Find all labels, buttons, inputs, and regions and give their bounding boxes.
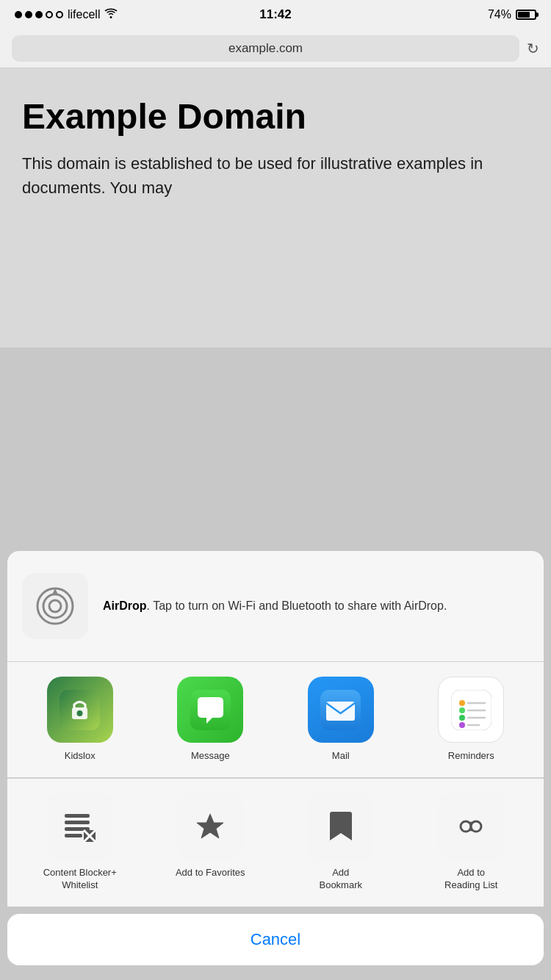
svg-rect-9: [326, 702, 355, 721]
airdrop-title: AirDrop: [103, 599, 147, 612]
add-favorites-icon: [192, 808, 228, 845]
add-bookmark-icon-box: [308, 793, 374, 860]
app-item-kidslox[interactable]: Kidslox: [15, 677, 145, 763]
signal-dot-3: [35, 11, 43, 18]
svg-point-12: [459, 707, 465, 713]
airdrop-panel[interactable]: AirDrop. Tap to turn on Wi-Fi and Blueto…: [7, 551, 544, 661]
svg-point-3: [49, 600, 61, 612]
signal-dot-2: [25, 11, 32, 18]
content-blocker-icon-box: [47, 793, 113, 860]
airdrop-icon: [33, 584, 77, 628]
share-sheet: AirDrop. Tap to turn on Wi-Fi and Blueto…: [0, 551, 551, 980]
wifi-icon: [104, 8, 118, 21]
actions-row: Content Blocker+Whitelist Add to Favorit…: [7, 778, 544, 907]
svg-rect-19: [65, 814, 90, 818]
svg-rect-22: [65, 834, 82, 837]
battery-fill: [518, 12, 530, 18]
airdrop-icon-box: [22, 573, 88, 639]
kidslox-svg: [60, 690, 100, 730]
web-content: Example Domain This domain is establishe…: [0, 68, 551, 347]
carrier-label: lifecell: [68, 8, 100, 21]
reminders-svg: [451, 690, 491, 730]
svg-point-13: [459, 715, 465, 721]
airdrop-subtitle: . Tap to turn on Wi-Fi and Bluetooth to …: [147, 599, 447, 612]
apps-row: Kidslox Message: [7, 662, 544, 777]
signal-dot-1: [15, 11, 22, 18]
signal-dot-4: [46, 11, 53, 18]
add-bookmark-icon: [323, 808, 359, 845]
message-icon: [177, 677, 243, 743]
action-label-add-bookmark: AddBookmark: [319, 867, 362, 892]
action-add-favorites[interactable]: Add to Favorites: [145, 793, 276, 892]
app-label-message: Message: [191, 750, 230, 763]
signal-dot-5: [56, 11, 63, 18]
web-page-title: Example Domain: [22, 98, 529, 137]
reading-list-icon: [453, 808, 489, 845]
app-label-reminders: Reminders: [448, 750, 494, 763]
status-right: 74%: [488, 8, 536, 21]
bottom-spacer: [0, 965, 551, 980]
status-bar: lifecell 11:42 74%: [0, 0, 551, 29]
svg-point-14: [459, 722, 465, 728]
action-label-reading-list: Add toReading List: [444, 867, 497, 892]
mail-icon: [308, 677, 374, 743]
status-left: lifecell: [15, 8, 118, 21]
svg-point-2: [43, 594, 67, 618]
content-blocker-icon: [62, 808, 98, 845]
mail-svg: [320, 690, 361, 730]
action-label-content-blocker: Content Blocker+Whitelist: [43, 867, 117, 892]
reload-button[interactable]: ↻: [527, 40, 539, 57]
battery-icon: [516, 10, 536, 20]
cancel-button[interactable]: Cancel: [251, 930, 300, 949]
svg-rect-20: [65, 821, 90, 824]
web-page-body: This domain is established to be used fo…: [22, 151, 529, 200]
airdrop-description: AirDrop. Tap to turn on Wi-Fi and Blueto…: [103, 598, 447, 614]
svg-marker-26: [197, 814, 223, 838]
add-favorites-icon-box: [177, 793, 243, 860]
url-field[interactable]: example.com: [12, 35, 519, 62]
signal-dots: [15, 11, 63, 18]
kidslox-icon: [47, 677, 113, 743]
app-item-message[interactable]: Message: [145, 677, 276, 763]
app-label-kidslox: Kidslox: [65, 750, 96, 763]
action-reading-list[interactable]: Add toReading List: [406, 793, 537, 892]
reading-list-icon-box: [438, 793, 504, 860]
airdrop-row: AirDrop. Tap to turn on Wi-Fi and Blueto…: [22, 566, 529, 646]
action-label-add-favorites: Add to Favorites: [176, 867, 245, 879]
svg-point-0: [110, 16, 112, 18]
svg-point-11: [459, 700, 465, 706]
cancel-panel[interactable]: Cancel: [7, 914, 544, 965]
app-item-mail[interactable]: Mail: [276, 677, 406, 763]
action-content-blocker[interactable]: Content Blocker+Whitelist: [15, 793, 145, 892]
app-label-mail: Mail: [332, 750, 350, 763]
reminders-icon: [438, 677, 504, 743]
battery-percentage: 74%: [488, 8, 511, 21]
action-add-bookmark[interactable]: AddBookmark: [276, 793, 406, 892]
address-bar: example.com ↻: [0, 29, 551, 68]
message-svg: [190, 690, 231, 730]
app-item-reminders[interactable]: Reminders: [406, 677, 537, 763]
status-time: 11:42: [259, 7, 291, 22]
